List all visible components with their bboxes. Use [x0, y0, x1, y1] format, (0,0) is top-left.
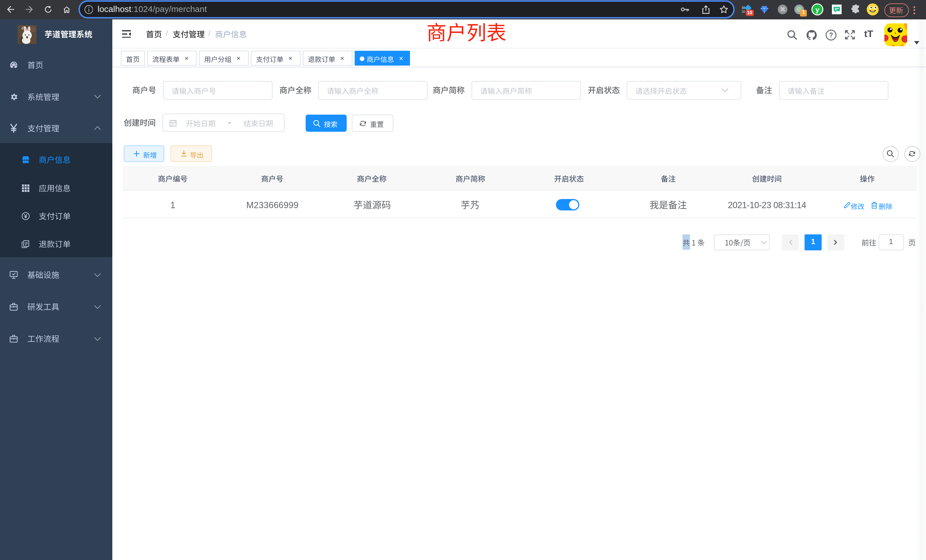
- svg-text:?: ?: [829, 31, 833, 38]
- svg-text:⌘: ⌘: [780, 6, 785, 12]
- svg-text:y: y: [816, 5, 819, 13]
